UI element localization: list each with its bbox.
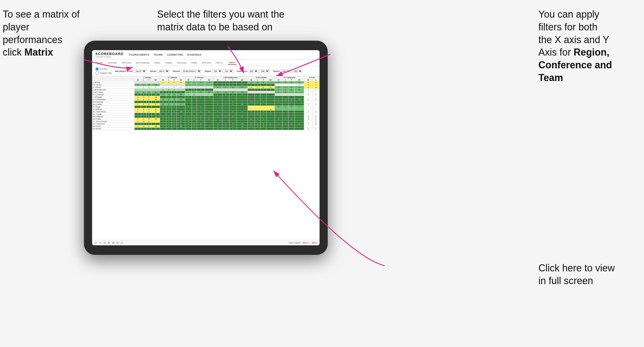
bottom-toolbar: ↩ ↪ ⊙ ⊕ ⊞ ⊟ ⊙ View: Original Watch ▾ Sha…: [92, 240, 320, 245]
table-row: 1. W Ding 12011 110-2 12017 130 01013 02: [92, 81, 320, 84]
scoreboard-logo: SCOREBOARD Powered by clippd: [95, 52, 123, 58]
redo-button[interactable]: ↪: [99, 241, 101, 244]
sub-nav-teams[interactable]: Teams: [95, 61, 104, 65]
sub-nav: Teams Summary H2H Grid H2H Heatmap Matri…: [92, 60, 320, 66]
sh-l4: L: [222, 79, 229, 81]
table-row: 5. M La Sasso 1006 1101 11014 01014 03: [92, 91, 320, 94]
row-label: 10. B Valdes: [92, 103, 135, 106]
row-label: 18. C Sherwood: [92, 123, 135, 125]
table-row: 13. J Skov Olesen 110-3 250-19 1000 0100…: [92, 111, 320, 113]
sh-w7: W: [304, 79, 313, 81]
sub-nav-summary2[interactable]: Summary: [176, 61, 187, 65]
sh-w3: W: [185, 79, 191, 81]
ann-right-line4-bold: Region,: [574, 47, 609, 58]
players-y-select[interactable]: (All): [292, 69, 303, 73]
col-header-7: 7. G Sa: [304, 76, 320, 79]
players-x-select[interactable]: (All): [281, 69, 291, 73]
col-header-6: 6. C Lamprecht: [275, 76, 304, 79]
sub-nav-matrix-active[interactable]: Matrix: [228, 61, 236, 65]
sh-d5: Dif: [266, 79, 275, 81]
sh-d3: Dif: [205, 79, 213, 81]
share-button[interactable]: Share: [312, 242, 317, 244]
sub-nav-players[interactable]: Players: [164, 61, 174, 65]
ann-left-line3-normal: click: [3, 47, 24, 58]
sh-w1: W: [135, 79, 141, 81]
col-header-2: 2. L Clanton: [160, 76, 185, 79]
matrix-container: 1. W Ding 2. L Clanton 3. J Koivun 4. M …: [92, 76, 320, 240]
col-header-4: 4. M Thorbjornsen: [213, 76, 248, 79]
tablet-device: SCOREBOARD Powered by clippd TOURNAMENTS…: [84, 41, 328, 255]
row-label: 13. J Skov Olesen: [92, 111, 135, 113]
refresh-button[interactable]: ⊙: [103, 241, 106, 244]
row-label: 15. P Maichon: [92, 115, 135, 118]
sub-nav-h2h-grid[interactable]: H2H Grid: [121, 61, 132, 65]
row-label: 3. J Koivun: [92, 86, 135, 89]
row-label: 7. G Sargent: [92, 96, 135, 98]
compact-view-radio[interactable]: Compact View: [95, 71, 112, 75]
ann-br-line2: in full screen: [538, 275, 593, 286]
conference-y-select[interactable]: (All): [259, 69, 270, 73]
ann-right-line5-bold: Conference and: [538, 59, 612, 70]
annotation-center: Select the filters you want the matrix d…: [157, 8, 287, 34]
undo-button[interactable]: ↩: [95, 241, 97, 244]
sub-nav-matrix[interactable]: Matrix: [153, 61, 161, 65]
view-original-label[interactable]: View: Original: [289, 242, 300, 244]
table-row: 7. G Sargent 200-16 200-15: [92, 96, 320, 98]
expand-button[interactable]: ⊕: [108, 241, 110, 244]
sub-nav-h2h-heatmap[interactable]: H2H Heatmap: [135, 61, 151, 65]
nav-committee[interactable]: COMMITTEE: [167, 53, 183, 56]
nav-rankings[interactable]: RANKINGS: [187, 53, 201, 56]
sub-nav-detail[interactable]: Detail: [190, 61, 198, 65]
players-filter: Players (All) (All): [273, 69, 303, 73]
division-select[interactable]: NCAA Division I: [181, 69, 201, 73]
table-row: 9. N Gabrelcik 0109 009 0101 011 011: [92, 101, 320, 103]
zoom-out-button[interactable]: ⊟: [116, 241, 119, 244]
gender-select[interactable]: Men's: [157, 69, 170, 73]
division-label: Division: [173, 70, 180, 72]
col-header-5: 5. M La Sasso: [248, 76, 275, 79]
annotation-right: You can apply filters for both the X axi…: [538, 8, 636, 84]
sub-nav-h2h-grid2[interactable]: H2H Grid: [201, 61, 212, 65]
row-label: 16. K Vilips: [92, 118, 135, 120]
row-label: 20. M Ford: [92, 128, 135, 130]
table-row: 12. M Riedel 100-6 -6: [92, 108, 320, 111]
conference-filter: Conference (All) (All): [237, 69, 270, 73]
gender-label: Gender: [150, 70, 157, 72]
sh-t3: T: [197, 79, 205, 81]
ann-right-line6-bold: Team: [538, 72, 563, 83]
table-row: 19. D Ford 200-20 240-20 131-1 01013 000…: [92, 125, 320, 128]
ann-br-line1: Click here to view: [538, 262, 615, 274]
sub-nav-h2h-h[interactable]: H2H H...: [214, 61, 225, 65]
full-view-radio[interactable]: Full View: [95, 67, 112, 71]
conference-x-select[interactable]: (All): [248, 69, 258, 73]
nav-teams[interactable]: TEAMS: [154, 53, 163, 56]
zoom-in-button[interactable]: ⊞: [112, 241, 114, 244]
settings-button[interactable]: ⊙: [121, 241, 123, 244]
sh-d1: Dif: [152, 79, 160, 81]
sh-d6: Dif: [294, 79, 304, 81]
sh-w4: W: [213, 79, 222, 81]
nav-tournaments[interactable]: TOURNAMENTS: [129, 53, 149, 56]
table-row: 6. C Lamprecht 300-16 24124 30 1106 01: [92, 94, 320, 96]
max-players-select[interactable]: Top 25: [134, 69, 147, 73]
filters-bar: Full View Compact View Max players in vi…: [92, 66, 320, 76]
players-label: Players: [273, 70, 280, 72]
region-x-select[interactable]: N/A: [212, 69, 222, 73]
sub-header-empty: [92, 79, 135, 81]
ann-right-line4-normal: Axis for: [538, 47, 574, 58]
row-label: 19. D Ford: [92, 125, 135, 128]
gender-filter: Gender Men's: [150, 69, 170, 73]
table-row: 15. P Maichon 110-19 4110 1001 0100 22: [92, 115, 320, 118]
row-label: 14. J Lundin: [92, 113, 135, 115]
sh-l6: L: [282, 79, 288, 81]
watch-button[interactable]: Watch ▾: [303, 242, 310, 244]
col-header-1: 1. W Ding: [135, 76, 160, 79]
top-nav: SCOREBOARD Powered by clippd TOURNAMENTS…: [92, 50, 320, 60]
region-y-select[interactable]: N/A: [223, 69, 233, 73]
row-label: 1. W Ding: [92, 81, 135, 84]
sh-w2: W: [160, 79, 166, 81]
annotation-bottom-right: Click here to view in full screen: [538, 262, 636, 287]
max-players-filter: Max players in view Top 25: [115, 69, 147, 73]
sub-nav-summary[interactable]: Summary: [107, 61, 118, 65]
sh-t2: T: [171, 79, 177, 81]
